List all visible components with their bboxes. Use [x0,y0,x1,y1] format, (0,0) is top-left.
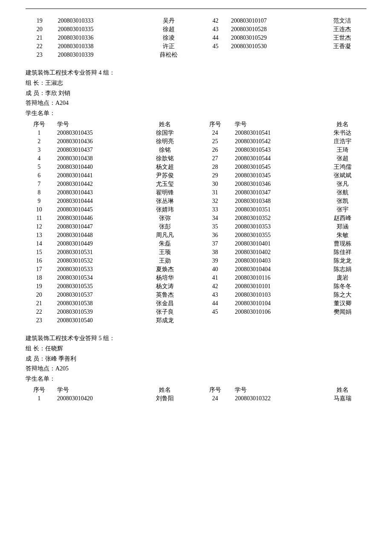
table-cell: 200803010531 [53,248,141,257]
table-cell: 杨培华 [141,274,189,282]
table-cell: 朱书达 [319,129,366,137]
table-cell [188,316,231,325]
table-cell: 朱敏 [319,231,366,240]
table-cell: 200803010338 [54,42,144,51]
table-cell: 200803010440 [53,163,141,171]
table-cell: 26 [188,146,231,154]
group5-location: 答辩地点：A205 [26,364,366,374]
table-header-cell: 学号 [231,386,319,394]
table-cell: 徐铭 [141,146,189,154]
table-cell: 35 [188,223,231,231]
table-cell [193,51,227,59]
table-header-cell: 序号 [26,120,53,129]
table-cell: 200803010534 [53,274,141,282]
table-header-cell: 学号 [231,120,319,129]
table-cell: 200803010438 [53,154,141,163]
table-cell: 38 [188,248,231,257]
table-cell: 朱磊 [141,240,189,248]
table-header-cell: 学号 [53,120,141,129]
group5-list-label: 学生名单： [26,374,366,384]
table-header-cell: 序号 [188,120,231,129]
table-cell: 张航 [319,188,366,197]
group4-members: 成 员：李欣 刘销 [26,88,366,98]
table-cell: 200803010402 [231,248,319,257]
table-cell: 张宇 [319,205,366,214]
table-cell: 夏焕杰 [141,265,189,274]
table-cell: 吴丹 [144,17,193,25]
table-cell: 31 [188,188,231,197]
table-cell: 36 [188,231,231,240]
table-cell: 1 [26,394,53,403]
group5-header: 建筑装饰工程技术专业答辩 5 组： 组 长：任晓辉 成 员：张峰 季善利 答辩地… [26,333,366,384]
group4-location: 答辩地点：A204 [26,98,366,108]
table-cell: 张婧玮 [141,205,189,214]
table-cell: 徐明亮 [141,137,189,146]
table-cell: 2 [26,137,53,146]
table-cell: 陈之大 [319,291,366,299]
table-cell: 9 [26,197,53,205]
table-cell: 22 [26,42,54,51]
table-cell: 200803010420 [53,394,141,403]
table-cell: 200803010441 [53,171,141,180]
table-cell: 200803010537 [53,291,141,299]
table-cell: 200803010352 [231,214,319,223]
table-header-cell: 姓名 [141,386,189,394]
group5-table: 序号学号姓名序号学号姓名 1200803010420刘鲁阳24200803010… [26,386,366,403]
table-cell: 37 [188,240,231,248]
table-cell: 200803010542 [231,137,319,146]
table-cell: 200803010351 [231,205,319,214]
table-cell: 200803010532 [53,257,141,265]
table-cell: 39 [188,257,231,265]
table-cell: 200803010447 [53,223,141,231]
group4-table: 序号学号姓名序号学号姓名 1200803010435徐国学24200803010… [26,120,366,325]
table-cell: 41 [188,274,231,282]
table-cell: 马嘉瑞 [319,394,366,403]
table-cell: 200803010347 [231,188,319,197]
table-cell: 45 [193,42,227,51]
table-cell: 尤玉玺 [141,180,189,188]
table-cell: 徐国学 [141,129,189,137]
table-cell: 42 [193,17,227,25]
table-cell: 许正 [144,42,193,51]
table-cell: 翟明锋 [141,188,189,197]
table-cell: 3 [26,146,53,154]
table-cell: 34 [188,214,231,223]
table-cell: 200803010101 [231,282,319,291]
table-cell: 29 [188,171,231,180]
table-cell: 王连杰 [317,25,366,34]
table-cell: 200803010104 [231,299,319,308]
table-cell: 21 [26,299,53,308]
table-cell: 5 [26,163,53,171]
table-cell: 200803010445 [53,205,141,214]
table-cell: 200803010530 [227,42,317,51]
top-rows-table: 19200803010333吴丹42200803010107范文洁2020080… [26,17,366,59]
table-cell: 庄浩宇 [319,137,366,146]
table-cell: 200803010538 [53,299,141,308]
table-cell: 45 [188,308,231,316]
table-cell: 6 [26,171,53,180]
group5-section: 建筑装饰工程技术专业答辩 5 组： 组 长：任晓辉 成 员：张峰 季善利 答辩地… [26,333,366,403]
table-cell: 张丛琳 [141,197,189,205]
table-cell: 200803010544 [231,154,319,163]
table-cell: 200803010333 [54,17,144,25]
table-cell: 30 [188,180,231,188]
table-cell: 27 [188,154,231,163]
table-cell: 陈龙龙 [319,257,366,265]
table-cell: 200803010435 [53,129,141,137]
table-cell: 200803010535 [53,282,141,291]
top-divider [26,9,366,9]
table-cell: 200803010449 [53,240,141,248]
table-cell: 14 [26,240,53,248]
table-cell: 16 [26,257,53,265]
table-cell: 200803010541 [231,129,319,137]
table-cell: 200803010346 [231,180,319,188]
table-cell: 曹现栋 [319,240,366,248]
table-cell: 200803010533 [53,265,141,274]
table-cell: 徐歆铭 [141,154,189,163]
table-cell: 28 [188,163,231,171]
table-cell: 陈志娟 [319,265,366,274]
table-cell: 200803010446 [53,214,141,223]
table-cell: 英鲁杰 [141,291,189,299]
table-cell: 20 [26,25,54,34]
table-cell: 范文洁 [317,17,366,25]
